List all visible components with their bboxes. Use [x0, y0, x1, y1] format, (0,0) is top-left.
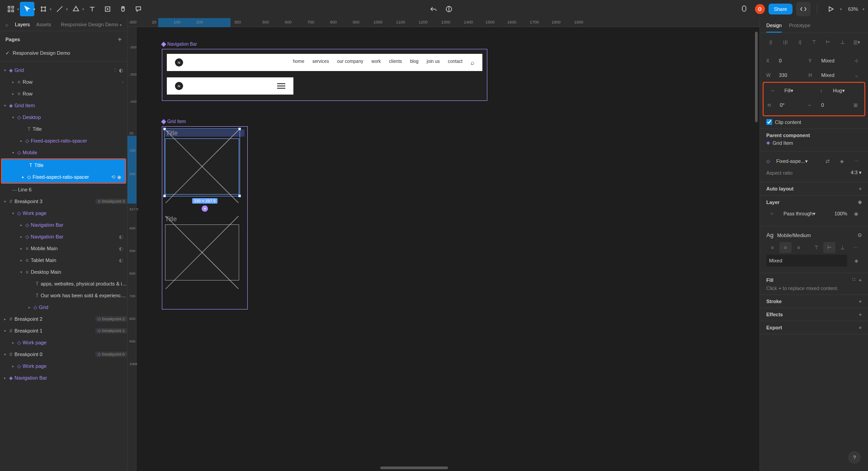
radius-detail-icon[interactable]: ⊞ — [850, 100, 861, 110]
chevron-down-icon[interactable]: ▾ — [50, 7, 52, 11]
tab-layers[interactable]: Layers — [15, 22, 30, 27]
layer-nav-bar[interactable]: ▸◇Navigation Bar — [0, 219, 127, 231]
nav-link[interactable]: services — [312, 59, 329, 66]
frame-label-nav[interactable]: Navigation Bar — [162, 42, 197, 47]
resources-tool-button[interactable] — [100, 2, 115, 16]
layer-text-work[interactable]: TOur work has been sold & experienced in… — [0, 290, 127, 301]
visibility-icon[interactable]: ◉ — [117, 174, 122, 180]
nav-link[interactable]: join us — [427, 59, 440, 66]
vertical-scrollbar[interactable] — [755, 32, 758, 122]
more-icon[interactable]: ⋯ — [851, 156, 862, 167]
text-more-button[interactable]: ⋯ — [849, 242, 862, 253]
chevron-down-icon[interactable]: ▾ — [863, 7, 864, 11]
mixed-text[interactable]: Mixed — [766, 255, 847, 266]
text-top-button[interactable]: ⊤ — [810, 242, 822, 253]
add-page-button[interactable]: + — [118, 36, 122, 43]
align-right-button[interactable]: ⁞| — [793, 37, 807, 48]
layer-bp0[interactable]: ▾#Breakpoint 0◇ breakpoint-0 — [0, 348, 127, 360]
align-bottom-button[interactable]: ⊥ — [836, 37, 849, 48]
layer-work-page[interactable]: ▸◇Work page — [0, 360, 127, 372]
y-input[interactable]: Mixed — [819, 55, 848, 67]
text-bottom-button[interactable]: ⊥ — [836, 242, 849, 253]
layer-bp1[interactable]: ▾#Breakpoint 1◇ breakpoint-1 — [0, 325, 127, 337]
nav-link[interactable]: contact — [448, 59, 462, 66]
add-effect-button[interactable]: + — [859, 312, 862, 317]
zoom-level[interactable]: 63% — [845, 6, 861, 12]
resize-icon[interactable]: ↔ — [767, 85, 778, 96]
aspect-select[interactable]: 4:3 ▾ — [851, 170, 862, 176]
canvas[interactable]: -300 20 100 200 350 500 600 700 800 900 … — [127, 18, 760, 471]
hamburger-icon[interactable] — [277, 83, 285, 89]
layer-work-page[interactable]: ▾◇Work page — [0, 207, 127, 219]
search-icon[interactable]: ⌕ — [5, 22, 9, 27]
move-tool-button[interactable] — [20, 2, 34, 16]
main-menu-button[interactable] — [4, 2, 18, 16]
chevron-down-icon[interactable]: ▾ — [82, 7, 84, 11]
audio-button[interactable] — [737, 2, 751, 16]
variant-indicator-icon[interactable]: ✦ — [202, 205, 208, 212]
h-input[interactable]: Mixed — [819, 69, 848, 81]
layer-title[interactable]: TTitle — [0, 123, 127, 135]
nav-link[interactable]: home — [293, 59, 304, 66]
parent-component-link[interactable]: ◈Grid Item — [766, 138, 862, 147]
comment-tool-button[interactable] — [131, 2, 146, 16]
resize-icon[interactable]: ↕ — [816, 85, 827, 96]
x-input[interactable]: 0 — [776, 55, 805, 67]
file-selector[interactable]: Responsive Design Demo ▾ — [61, 22, 122, 27]
add-stroke-button[interactable]: + — [859, 299, 862, 304]
text-tool-button[interactable] — [85, 2, 99, 16]
page-item[interactable]: ✓ Responsive Design Demo — [0, 48, 127, 58]
add-fill-button[interactable]: + — [859, 277, 862, 283]
link-icon[interactable]: ⟓ — [851, 70, 862, 81]
shape-tool-button[interactable] — [69, 2, 83, 16]
hug-mode[interactable]: Hug ▾ — [830, 85, 861, 96]
nav-link[interactable]: our company — [337, 59, 363, 66]
radius-input[interactable]: 0 — [819, 99, 847, 111]
layer-nav-bar[interactable]: ▸◇Navigation Bar◐ — [0, 231, 127, 243]
constrain-icon[interactable]: ⊹ — [851, 55, 862, 66]
tab-design[interactable]: Design — [766, 23, 782, 33]
layer-text-apps[interactable]: Tapps, websites, physical products & int… — [0, 278, 127, 290]
add-export-button[interactable]: + — [859, 325, 862, 330]
align-left-button[interactable]: |⁞ — [764, 37, 778, 48]
unlock-icon[interactable]: ⟲ — [111, 174, 115, 180]
text-center-button[interactable]: ≡ — [779, 242, 792, 253]
frame-tool-button[interactable] — [36, 2, 51, 16]
search-icon[interactable]: ⌕ — [471, 59, 474, 66]
add-autolayout-button[interactable]: + — [859, 186, 862, 191]
visibility-icon[interactable]: ◉ — [851, 208, 862, 219]
layer-style-button[interactable]: ◈ — [858, 199, 862, 205]
text-right-button[interactable]: ≡ — [793, 242, 805, 253]
distribute-button[interactable]: |||▾ — [850, 37, 863, 48]
layer-spacer[interactable]: ▸◇Fixed-aspect-ratio-spacer — [0, 135, 127, 147]
layer-mobile[interactable]: ▾◇Mobile — [0, 147, 127, 158]
present-button[interactable] — [824, 2, 838, 16]
rotation-input[interactable]: 0° — [777, 99, 805, 111]
grid-item-component[interactable]: Title 330 × 297.5 ✦ Title — [162, 126, 248, 309]
fill-mode[interactable]: Fill ▾ — [782, 85, 812, 96]
layer-work-page[interactable]: ▸◇Work page — [0, 337, 127, 348]
w-input[interactable]: 330 — [776, 69, 805, 81]
align-hcenter-button[interactable]: ⁞|⁞ — [779, 37, 793, 48]
style-icon[interactable]: ◈ — [851, 255, 862, 266]
align-vcenter-button[interactable]: ⊢ — [821, 37, 835, 48]
layer-tablet-main[interactable]: ▸≡Tablet Main◐ — [0, 254, 127, 266]
layer-spacer-selected[interactable]: ▸◇Fixed-aspect-ratio-spacer⟲◉ — [2, 171, 125, 183]
layer-desktop[interactable]: ▾◇Desktop — [0, 111, 127, 123]
nav-link[interactable]: blog — [410, 59, 419, 66]
layer-grid[interactable]: ▸◇Grid — [0, 301, 127, 313]
style-detail-icon[interactable]: ⊙ — [858, 232, 862, 238]
layer-row[interactable]: ▸≡Row› — [0, 76, 127, 88]
detach-icon[interactable]: ◈ — [836, 156, 847, 167]
layer-line6[interactable]: —Line 6 — [0, 184, 127, 195]
help-button[interactable]: ? — [848, 451, 861, 464]
fill-styles-icon[interactable]: ∷ — [852, 277, 855, 283]
layer-desktop-main[interactable]: ▾≡Desktop Main — [0, 266, 127, 278]
chevron-down-icon[interactable]: ▾ — [33, 7, 35, 11]
text-style-name[interactable]: Mobile/Medium — [777, 233, 811, 238]
pen-tool-button[interactable] — [52, 2, 67, 16]
chevron-down-icon[interactable]: ▾ — [66, 7, 68, 11]
layer-nav-bar[interactable]: ▸◈Navigation Bar — [0, 372, 127, 384]
blend-mode[interactable]: Pass through ▾ — [781, 208, 831, 219]
nav-link[interactable]: clients — [389, 59, 402, 66]
